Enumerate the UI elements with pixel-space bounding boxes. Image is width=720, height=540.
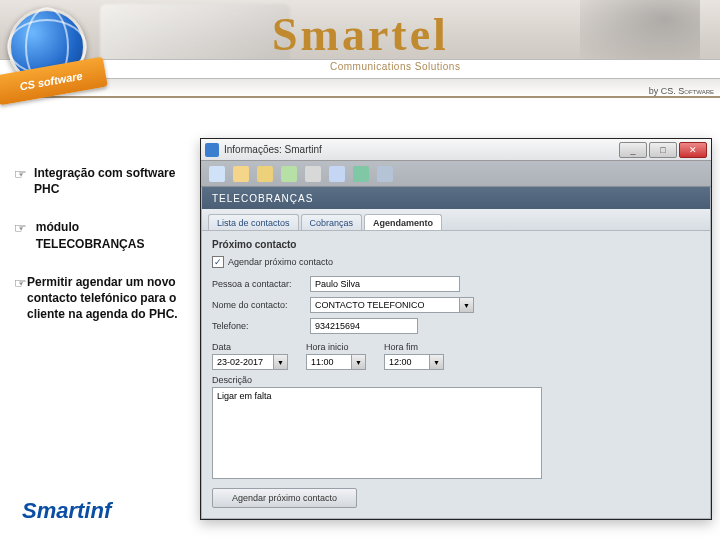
nome-select[interactable] [310, 297, 460, 313]
data-input[interactable] [212, 354, 274, 370]
descricao-textarea[interactable] [212, 387, 542, 479]
agendar-button[interactable]: Agendar próximo contacto [212, 488, 357, 508]
byline-company: CS. Software [661, 86, 714, 96]
toolbar [201, 161, 711, 187]
banner-deco-right [580, 0, 700, 62]
tab-cobrancas[interactable]: Cobranças [301, 214, 363, 230]
descricao-label: Descrição [212, 375, 700, 385]
schedule-checkbox[interactable]: ✓ [212, 256, 224, 268]
list-item-text: Permitir agendar um novo contacto telefó… [27, 274, 189, 323]
tab-lista-contactos[interactable]: Lista de contactos [208, 214, 299, 230]
list-item-text: módulo TELECOBRANÇAS [36, 219, 189, 251]
window-title: Informações: Smartinf [224, 144, 322, 155]
window-controls: _ □ ✕ [619, 142, 707, 158]
hora-inicio-label: Hora inicio [306, 342, 366, 352]
company-logo: CS software [8, 8, 116, 116]
chevron-down-icon[interactable]: ▼ [430, 354, 444, 370]
toolbar-refresh-icon[interactable] [209, 166, 225, 182]
data-label: Data [212, 342, 288, 352]
close-button[interactable]: ✕ [679, 142, 707, 158]
toolbar-new-icon[interactable] [233, 166, 249, 182]
hora-fim-label: Hora fim [384, 342, 444, 352]
app-icon [205, 143, 219, 157]
chevron-down-icon[interactable]: ▼ [460, 297, 474, 313]
toolbar-print-icon[interactable] [305, 166, 321, 182]
hora-fim-input[interactable] [384, 354, 430, 370]
feature-list: ☞ Integração com software PHC ☞ módulo T… [14, 165, 189, 344]
list-item: ☞ Integração com software PHC [14, 165, 189, 197]
form-area: Próximo contacto ✓ Agendar próximo conta… [202, 231, 710, 518]
schedule-checkbox-row[interactable]: ✓ Agendar próximo contacto [212, 256, 700, 268]
telefone-input[interactable] [310, 318, 418, 334]
pessoa-input[interactable] [310, 276, 460, 292]
nome-label: Nome do contacto: [212, 300, 310, 310]
window-titlebar[interactable]: Informações: Smartinf _ □ ✕ [201, 139, 711, 161]
banner-tagline: Communications Solutions [330, 61, 460, 72]
schedule-checkbox-label: Agendar próximo contacto [228, 257, 333, 267]
form-title: Próximo contacto [212, 239, 700, 250]
hora-inicio-input[interactable] [306, 354, 352, 370]
toolbar-search-icon[interactable] [329, 166, 345, 182]
app-body: TELECOBRANÇAS Lista de contactos Cobranç… [201, 187, 711, 519]
brand-wordmark: Smartel [272, 8, 449, 61]
banner-deco-left [100, 4, 290, 66]
tab-agendamento[interactable]: Agendamento [364, 214, 442, 230]
pessoa-label: Pessoa a contactar: [212, 279, 310, 289]
telefone-label: Telefone: [212, 321, 310, 331]
toolbar-open-icon[interactable] [257, 166, 273, 182]
minimize-button[interactable]: _ [619, 142, 647, 158]
list-item: ☞ Permitir agendar um novo contacto tele… [14, 274, 189, 323]
list-item: ☞ módulo TELECOBRANÇAS [14, 219, 189, 251]
chevron-down-icon[interactable]: ▼ [352, 354, 366, 370]
toolbar-options-icon[interactable] [353, 166, 369, 182]
toolbar-help-icon[interactable] [377, 166, 393, 182]
page-title: Smartinf [22, 498, 111, 524]
app-window: Informações: Smartinf _ □ ✕ TELECOBRANÇA… [200, 138, 712, 520]
tabs: Lista de contactos Cobranças Agendamento [202, 209, 710, 231]
section-header: TELECOBRANÇAS [202, 187, 710, 209]
titlebar-left: Informações: Smartinf [205, 143, 322, 157]
chevron-down-icon[interactable]: ▼ [274, 354, 288, 370]
header-banner: Smartel Communications Solutions by CS. … [0, 0, 720, 98]
byline-prefix: by [649, 86, 659, 96]
list-item-text: Integração com software PHC [34, 165, 189, 197]
pointer-icon: ☞ [14, 220, 36, 251]
toolbar-save-icon[interactable] [281, 166, 297, 182]
pointer-icon: ☞ [14, 166, 34, 197]
pointer-icon: ☞ [14, 275, 27, 323]
banner-byline: by CS. Software [649, 86, 714, 96]
maximize-button[interactable]: □ [649, 142, 677, 158]
